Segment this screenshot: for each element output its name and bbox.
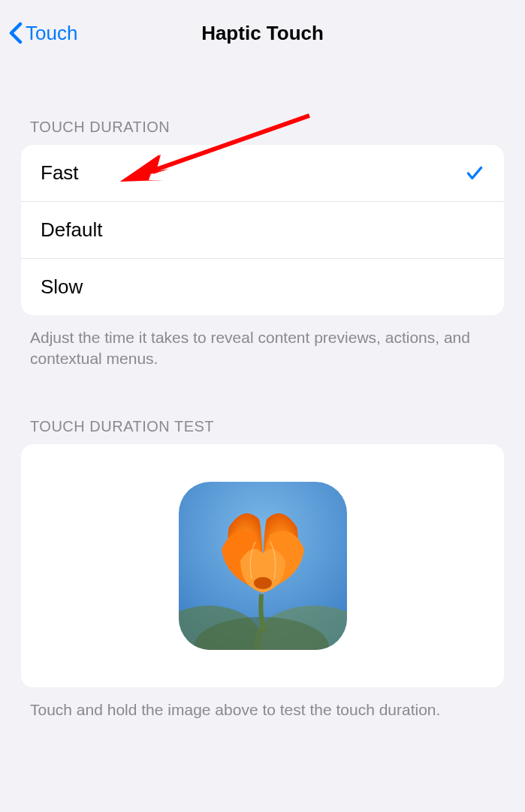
page-title: Haptic Touch [201,22,324,45]
section-footer-duration: Adjust the time it takes to reveal conte… [0,315,525,370]
section-header-duration: TOUCH DURATION [0,119,525,136]
option-fast[interactable]: Fast [21,145,504,202]
checkmark-icon [465,164,484,183]
duration-options-group: Fast Default Slow [21,145,504,315]
test-group [21,444,504,687]
option-default[interactable]: Default [21,202,504,259]
option-label: Default [41,218,484,242]
nav-bar: Touch Haptic Touch [0,0,525,66]
section-footer-test: Touch and hold the image above to test t… [0,687,525,720]
back-button[interactable]: Touch [6,16,80,51]
back-label: Touch [26,22,77,45]
section-header-test: TOUCH DURATION TEST [0,418,525,435]
option-label: Fast [41,161,465,185]
option-slow[interactable]: Slow [21,259,504,315]
test-image[interactable] [179,482,347,650]
chevron-left-icon [9,22,23,44]
option-label: Slow [41,275,484,299]
svg-point-4 [254,577,272,589]
